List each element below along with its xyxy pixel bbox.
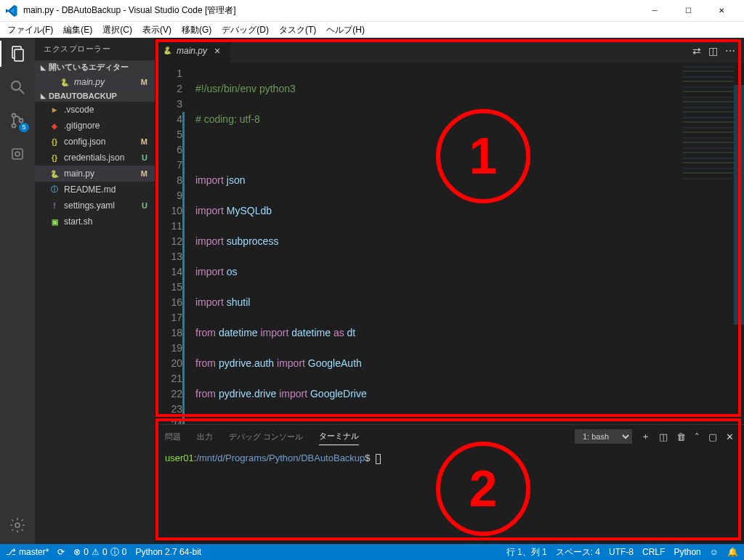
scrollbar-decoration[interactable] <box>734 63 744 424</box>
file-icon: ▸ <box>49 105 60 115</box>
window-titlebar: main.py - DBAutoBackup - Visual Studio C… <box>0 0 744 22</box>
indentation-status[interactable]: スペース: 4 <box>556 546 600 559</box>
language-mode[interactable]: Python <box>674 547 700 557</box>
terminal-selector[interactable]: 1: bash <box>575 429 632 444</box>
svg-point-2 <box>12 81 20 90</box>
panel-tab-output[interactable]: 出力 <box>197 429 213 445</box>
editor-tab-main[interactable]: 🐍 main.py × <box>155 38 231 63</box>
close-panel-icon[interactable]: ✕ <box>726 431 734 442</box>
more-actions-icon[interactable]: ⋯ <box>725 45 735 57</box>
new-terminal-icon[interactable]: ＋ <box>641 430 650 443</box>
menu-help[interactable]: ヘルプ(H) <box>322 23 369 38</box>
source-control-icon[interactable]: 5 <box>7 110 28 131</box>
file-item[interactable]: ▸.vscode <box>35 102 155 118</box>
file-item[interactable]: ▣start.sh <box>35 214 155 230</box>
problems-status[interactable]: ⊗ 0 ⚠ 0 ⓘ 0 <box>73 546 126 559</box>
code-editor[interactable]: 123456789101112131415161718192021222324 … <box>155 63 744 424</box>
maximize-button[interactable]: ☐ <box>671 0 705 22</box>
sync-status[interactable]: ⟳ <box>57 547 65 557</box>
file-icon: ◆ <box>49 121 60 131</box>
svg-line-3 <box>20 89 24 94</box>
python-file-icon: 🐍 <box>162 46 172 56</box>
svg-rect-7 <box>12 149 23 159</box>
menu-debug[interactable]: デバッグ(D) <box>217 23 273 38</box>
file-item[interactable]: {}credentials.jsonU <box>35 150 155 166</box>
terminal-cursor <box>376 454 381 464</box>
python-interpreter[interactable]: Python 2.7 64-bit <box>135 547 201 557</box>
panel-up-icon[interactable]: ˄ <box>695 431 700 442</box>
vscode-logo-icon <box>6 5 17 17</box>
explorer-sidebar: エクスプローラー ◣開いているエディター 🐍 main.py M ◣DBAUTO… <box>35 38 155 544</box>
minimize-button[interactable]: ─ <box>638 0 671 22</box>
debug-icon[interactable] <box>7 144 28 164</box>
project-section[interactable]: ◣DBAUTOBACKUP <box>35 90 155 102</box>
panel-tab-terminal[interactable]: ターミナル <box>319 428 359 445</box>
settings-gear-icon[interactable] <box>7 515 28 535</box>
file-item[interactable]: 🐍main.pyM <box>35 166 155 182</box>
file-item[interactable]: ⓘREADME.md <box>35 182 155 198</box>
activity-bar: 5 <box>0 38 35 544</box>
svg-rect-1 <box>15 49 23 61</box>
svg-point-9 <box>15 523 20 527</box>
encoding-status[interactable]: UTF-8 <box>609 547 634 557</box>
minimap[interactable] <box>683 66 734 182</box>
explorer-icon[interactable] <box>7 44 28 64</box>
svg-point-8 <box>15 152 20 156</box>
window-title: main.py - DBAutoBackup - Visual Studio C… <box>23 4 638 17</box>
annotation-circle-1: 1 <box>436 109 530 203</box>
file-icon: ▣ <box>49 216 60 227</box>
cursor-position[interactable]: 行 1、列 1 <box>506 546 547 559</box>
svg-point-4 <box>12 114 16 118</box>
file-icon: ! <box>49 200 60 211</box>
svg-point-5 <box>12 124 16 128</box>
file-icon: {} <box>49 153 60 163</box>
scm-badge: 5 <box>19 123 29 132</box>
python-file-icon: 🐍 <box>60 77 70 87</box>
annotation-circle-2: 2 <box>436 442 530 536</box>
file-item[interactable]: ◆.gitignore <box>35 118 155 134</box>
file-icon: 🐍 <box>49 169 60 179</box>
compare-icon[interactable]: ⇄ <box>692 45 701 57</box>
file-item[interactable]: {}config.jsonM <box>35 134 155 150</box>
feedback-icon[interactable]: ☺ <box>710 547 719 557</box>
panel-tab-debug-console[interactable]: デバッグ コンソール <box>229 429 303 445</box>
eol-status[interactable]: CRLF <box>642 547 665 557</box>
open-editors-section[interactable]: ◣開いているエディター <box>35 60 155 74</box>
sidebar-title: エクスプローラー <box>35 38 155 60</box>
editor-tabs: 🐍 main.py × ⇄ ◫ ⋯ <box>155 38 744 63</box>
panel-tab-problems[interactable]: 問題 <box>165 429 181 445</box>
open-editor-item[interactable]: 🐍 main.py M <box>35 74 155 90</box>
status-bar: ⎇ master* ⟳ ⊗ 0 ⚠ 0 ⓘ 0 Python 2.7 64-bi… <box>0 544 744 560</box>
svg-point-6 <box>20 119 23 123</box>
search-icon[interactable] <box>7 77 28 97</box>
menu-go[interactable]: 移動(G) <box>177 23 216 38</box>
split-editor-icon[interactable]: ◫ <box>708 45 718 57</box>
split-terminal-icon[interactable]: ◫ <box>659 431 668 442</box>
close-button[interactable]: ✕ <box>705 0 738 22</box>
kill-terminal-icon[interactable]: 🗑 <box>676 431 686 442</box>
menu-view[interactable]: 表示(V) <box>138 23 176 38</box>
file-item[interactable]: !settings.yamlU <box>35 198 155 214</box>
menubar: ファイル(F) 編集(E) 選択(C) 表示(V) 移動(G) デバッグ(D) … <box>0 22 744 38</box>
tab-close-icon[interactable]: × <box>211 45 223 57</box>
maximize-panel-icon[interactable]: ▢ <box>708 431 717 442</box>
file-icon: ⓘ <box>49 184 60 195</box>
file-icon: {} <box>49 137 60 147</box>
notifications-icon[interactable]: 🔔 <box>727 547 738 557</box>
line-numbers: 123456789101112131415161718192021222324 <box>155 63 195 424</box>
menu-edit[interactable]: 編集(E) <box>59 23 97 38</box>
menu-selection[interactable]: 選択(C) <box>98 23 137 38</box>
menu-tasks[interactable]: タスク(T) <box>275 23 320 38</box>
menu-file[interactable]: ファイル(F) <box>3 23 57 38</box>
git-branch-status[interactable]: ⎇ master* <box>6 547 49 557</box>
